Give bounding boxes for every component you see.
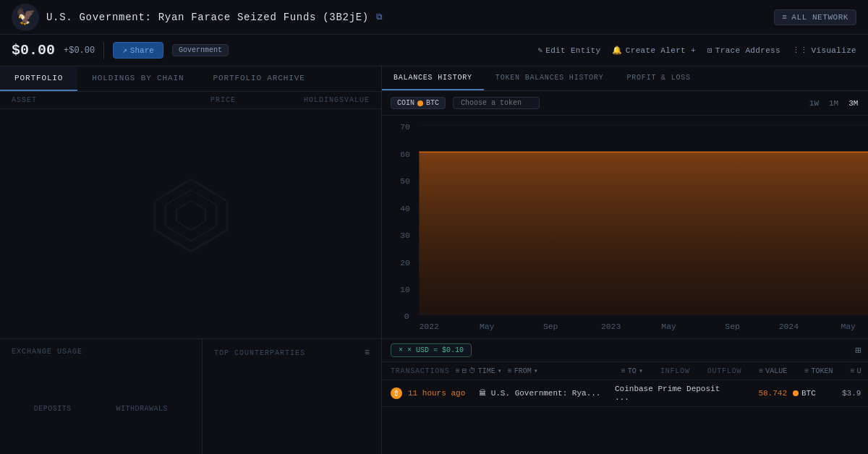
coin-label: COIN	[397, 99, 414, 107]
copy-icon[interactable]: ⧉	[376, 12, 383, 22]
time-btn-1m[interactable]: 1M	[826, 98, 841, 109]
filter-value-icon: ≡	[759, 367, 763, 375]
transactions-label: TRANSACTIONS	[391, 367, 450, 375]
header: 🦅 U.S. Government: Ryan Farace Seized Fu…	[0, 0, 868, 35]
separator	[103, 42, 104, 59]
filter-token[interactable]: ≡ TOKEN	[804, 367, 833, 375]
svg-marker-1	[166, 190, 216, 241]
time-btn-1w[interactable]: 1W	[807, 98, 822, 109]
time-btn-3m[interactable]: 3M	[846, 98, 861, 109]
filter-lines-icon: ≡	[782, 13, 787, 22]
usd-filter-badge[interactable]: × × USD ≈ $0.10	[391, 343, 472, 357]
col-header-holdings: HOLDINGS	[236, 96, 344, 104]
trace-address-label: Trace Address	[715, 46, 780, 55]
create-alert-button[interactable]: 🔔 Create Alert +	[612, 46, 695, 55]
share-arrow-icon: ↗	[122, 46, 127, 55]
portfolio-col-headers: ASSET PRICE HOLDINGS VALUE	[0, 92, 381, 109]
tab-portfolio[interactable]: PORTFOLIO	[0, 67, 77, 91]
left-panel: PORTFOLIO HOLDINGS BY CHAIN PORTFOLIO AR…	[0, 67, 382, 454]
svg-text:2023: 2023	[601, 322, 621, 331]
filter-icon[interactable]: ≡	[365, 348, 370, 358]
txn-to[interactable]: Coinbase Prime Deposit ...	[615, 385, 731, 402]
filter-value[interactable]: ≡ VALUE	[759, 367, 787, 375]
svg-text:50: 50	[400, 178, 410, 187]
filter-close-icon[interactable]: ×	[399, 346, 403, 354]
trace-icon: ⊡	[707, 46, 712, 55]
edit-entity-button[interactable]: ✎ Edit Entity	[537, 46, 600, 55]
counterparties-header: TOP COUNTERPARTIES ≡	[214, 348, 370, 358]
token-input[interactable]	[453, 97, 540, 109]
svg-text:2022: 2022	[419, 322, 438, 331]
col-header-asset: ASSET	[12, 96, 127, 104]
exchange-usage-title: EXCHANGE USAGE	[12, 348, 190, 356]
subheader: $0.00 +$0.00 ↗ Share Government ✎ Edit E…	[0, 35, 868, 67]
gov-icon: 🏛	[479, 390, 486, 398]
filter-from-icon: ≡	[508, 367, 512, 375]
bottom-left: EXCHANGE USAGE DEPOSITS WITHDRAWALS TOP …	[0, 338, 381, 454]
visualize-label: Visualize	[812, 46, 856, 55]
usd-filter-label: × USD ≈ $0.10	[407, 346, 464, 354]
svg-text:10: 10	[400, 286, 410, 295]
filter-time[interactable]: ≡ ⊟ ⏱ TIME ▾	[456, 367, 502, 375]
svg-text:40: 40	[400, 205, 410, 213]
svg-text:0: 0	[404, 312, 409, 321]
entity-logo: 🦅	[12, 4, 39, 31]
all-network-label: ALL NETWORK	[791, 13, 848, 22]
trace-address-button[interactable]: ⊡ Trace Address	[707, 46, 780, 55]
filter-u[interactable]: ≡ U	[850, 367, 861, 375]
tab-portfolio-archive[interactable]: PORTFOLIO ARCHIVE	[199, 67, 320, 91]
transactions-panel: × × USD ≈ $0.10 ⊞ TRANSACTIONS ≡ ⊟ ⏱ TIM…	[382, 338, 868, 454]
tab-balances-history[interactable]: BALANCES HISTORY	[382, 67, 484, 90]
chart-svg-container: 70 60 50 40 30 20 10 0	[382, 116, 868, 333]
outflow-label: OUTFLOW	[707, 367, 742, 375]
btc-icon: ₿	[391, 387, 402, 399]
tab-holdings-by-chain[interactable]: HOLDINGS BY CHAIN	[77, 67, 198, 91]
empty-state-logo	[148, 172, 234, 276]
right-tabs-bar: BALANCES HISTORY TOKEN BALANCES HISTORY …	[382, 67, 868, 91]
chart-toolbar: COIN BTC 1W 1M 3M	[382, 91, 868, 116]
time-range-buttons: 1W 1M 3M	[807, 98, 861, 109]
balance-change: +$0.00	[64, 46, 95, 56]
tab-profit-loss[interactable]: PROFIT & LOSS	[615, 67, 702, 90]
btc-dot	[417, 100, 423, 106]
tab-token-balances-history[interactable]: TOKEN BALANCES HISTORY	[484, 67, 616, 90]
svg-text:30: 30	[400, 232, 410, 241]
deposits-label: DEPOSITS	[34, 405, 72, 413]
entity-tag: Government	[172, 44, 229, 56]
balances-chart: 70 60 50 40 30 20 10 0	[382, 116, 868, 333]
txn-time: 11 hours ago	[408, 389, 473, 398]
svg-text:Sep: Sep	[725, 322, 740, 331]
chevron-down-icon: ▾	[498, 367, 502, 375]
chevron-down-icon: ▾	[639, 367, 643, 375]
filter-to[interactable]: ≡ TO ▾	[621, 367, 643, 375]
right-panel: BALANCES HISTORY TOKEN BALANCES HISTORY …	[382, 67, 868, 454]
exchange-cols: DEPOSITS WITHDRAWALS	[12, 361, 190, 413]
txn-from[interactable]: 🏛 U.S. Government: Rya...	[479, 389, 609, 398]
svg-text:May: May	[480, 322, 495, 331]
page-title: U.S. Government: Ryan Farace Seized Fund…	[46, 12, 369, 23]
filter-u-icon: ≡	[850, 367, 854, 375]
inflow-label: INFLOW	[660, 367, 690, 375]
edit-entity-label: Edit Entity	[545, 46, 600, 55]
chart-fill	[419, 152, 868, 314]
btc-dot-small	[793, 390, 799, 396]
all-network-button[interactable]: ≡ ALL NETWORK	[774, 9, 856, 25]
edit-entity-icon: ✎	[537, 46, 542, 55]
chart-area: COIN BTC 1W 1M 3M 70 60 50 40	[382, 91, 868, 338]
balance-amount: $0.00	[12, 42, 55, 59]
transactions-col-headers: TRANSACTIONS ≡ ⊟ ⏱ TIME ▾ ≡ FROM ▾	[382, 362, 868, 380]
svg-text:2024: 2024	[779, 322, 799, 331]
exchange-usage-panel: EXCHANGE USAGE DEPOSITS WITHDRAWALS	[0, 339, 203, 454]
svg-text:70: 70	[400, 124, 410, 132]
filter-from[interactable]: ≡ FROM ▾	[508, 367, 538, 375]
coin-badge[interactable]: COIN BTC	[391, 97, 446, 109]
main-content: PORTFOLIO HOLDINGS BY CHAIN PORTFOLIO AR…	[0, 67, 868, 454]
screenshot-icon[interactable]: ⊞	[855, 344, 861, 356]
filter-icon: ≡	[456, 367, 460, 375]
btc-label: BTC	[426, 99, 439, 107]
share-button[interactable]: ↗ Share	[113, 42, 163, 59]
subheader-right: ✎ Edit Entity 🔔 Create Alert + ⊡ Trace A…	[537, 46, 856, 55]
txn-token: BTC	[793, 389, 836, 398]
counterparties-title: TOP COUNTERPARTIES	[214, 349, 305, 357]
visualize-button[interactable]: ⋮⋮ Visualize	[792, 46, 856, 55]
